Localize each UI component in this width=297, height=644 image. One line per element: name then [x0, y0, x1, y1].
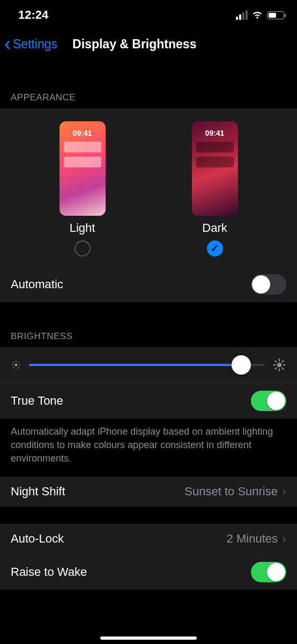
svg-point-9 [277, 363, 282, 368]
back-chevron-icon[interactable]: ‹ [4, 34, 11, 54]
svg-line-5 [13, 362, 14, 363]
svg-line-6 [18, 367, 19, 368]
auto-lock-label: Auto-Lock [11, 532, 64, 546]
raise-to-wake-cell: Raise to Wake [0, 554, 297, 590]
nav-header: ‹ Settings Display & Brightness [0, 27, 297, 63]
page-title: Display & Brightness [72, 37, 196, 52]
lock-group: Auto-Lock 2 Minutes › Raise to Wake [0, 524, 297, 590]
appearance-dark-option[interactable]: 09:41 Dark [192, 121, 238, 257]
svg-line-8 [18, 362, 19, 363]
night-shift-cell[interactable]: Night Shift Sunset to Sunrise › [0, 477, 297, 507]
brightness-slider-row [0, 347, 297, 383]
appearance-header: Appearance [0, 85, 297, 108]
light-radio[interactable] [75, 240, 91, 257]
dark-preview-icon: 09:41 [192, 121, 238, 216]
wifi-icon [251, 11, 263, 19]
automatic-label: Automatic [11, 277, 63, 291]
brightness-group: True Tone [0, 347, 297, 419]
back-button[interactable]: Settings [13, 37, 57, 52]
chevron-right-icon: › [282, 531, 286, 546]
automatic-cell: Automatic [0, 266, 297, 302]
automatic-toggle[interactable] [251, 274, 286, 295]
true-tone-footer: Automatically adapt iPhone display based… [0, 419, 297, 477]
auto-lock-value: 2 Minutes [227, 532, 278, 546]
status-icons [236, 10, 284, 20]
night-shift-value: Sunset to Sunrise [184, 485, 278, 499]
brightness-high-icon [272, 358, 286, 372]
true-tone-label: True Tone [11, 394, 63, 408]
svg-line-16 [275, 368, 276, 369]
raise-to-wake-toggle[interactable] [251, 562, 286, 582]
light-preview-icon: 09:41 [60, 121, 106, 216]
svg-line-17 [282, 361, 283, 362]
dark-label: Dark [202, 221, 227, 235]
appearance-group: 09:41 Light 09:41 Dark Automatic [0, 108, 297, 302]
home-indicator[interactable] [100, 636, 197, 640]
status-time: 12:24 [18, 8, 48, 22]
appearance-row: 09:41 Light 09:41 Dark [0, 108, 297, 266]
status-bar: 12:24 [0, 0, 297, 27]
true-tone-toggle[interactable] [251, 391, 286, 411]
dark-radio[interactable] [207, 240, 223, 257]
brightness-low-icon [11, 360, 21, 370]
battery-icon [267, 11, 284, 19]
night-shift-label: Night Shift [11, 485, 65, 499]
brightness-header: Brightness [0, 324, 297, 347]
svg-point-0 [15, 364, 18, 367]
brightness-slider[interactable] [29, 364, 265, 366]
true-tone-cell: True Tone [0, 383, 297, 419]
night-shift-group: Night Shift Sunset to Sunrise › [0, 477, 297, 507]
raise-to-wake-label: Raise to Wake [11, 565, 87, 579]
cellular-icon [236, 10, 248, 20]
light-label: Light [70, 221, 95, 235]
appearance-light-option[interactable]: 09:41 Light [60, 121, 106, 257]
chevron-right-icon: › [282, 484, 286, 499]
svg-line-15 [282, 368, 283, 369]
auto-lock-cell[interactable]: Auto-Lock 2 Minutes › [0, 524, 297, 554]
svg-line-14 [275, 361, 276, 362]
svg-line-7 [13, 367, 14, 368]
